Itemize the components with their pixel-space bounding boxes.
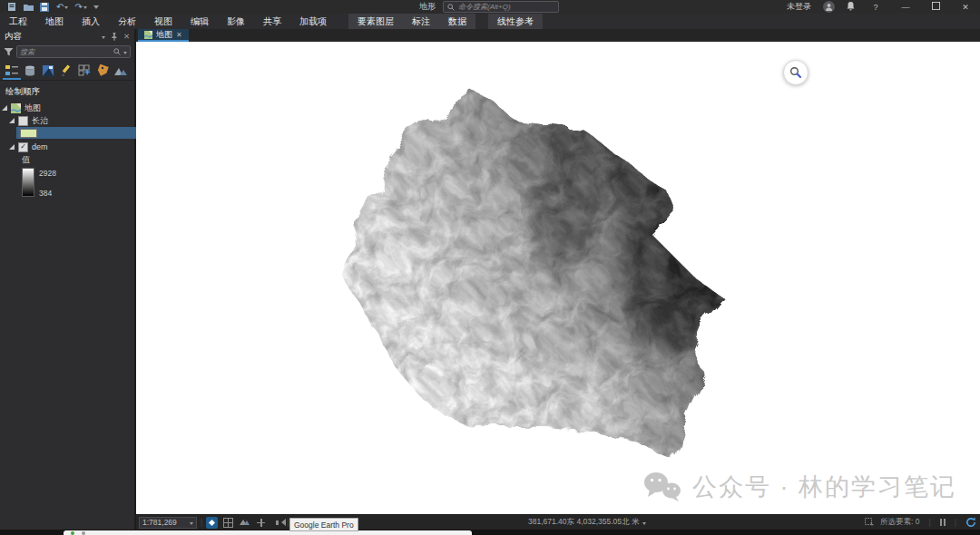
ribbon-tab-map[interactable]: 地图: [36, 14, 73, 30]
command-search-input[interactable]: 命令搜索(Alt+Q): [443, 1, 559, 13]
refresh-icon[interactable]: [965, 517, 976, 528]
coordinate-readout[interactable]: 381,671.40东 4,032,355.05北 米: [528, 517, 639, 528]
map-notifications-button[interactable]: [271, 517, 283, 529]
watermark: 公众号 · 林的学习笔记: [643, 471, 956, 503]
background-window-icon: [71, 531, 74, 535]
expander-icon[interactable]: [9, 144, 15, 150]
terrain-toggle-button[interactable]: [239, 517, 250, 529]
view-tab-strip: 地图 ✕: [136, 29, 980, 42]
legend-value-label: 值: [22, 154, 30, 166]
layer-visibility-checkbox[interactable]: [18, 116, 28, 126]
project-scope-label: 地形: [419, 1, 436, 13]
sign-in-status[interactable]: 未登录: [787, 1, 811, 13]
close-tab-icon[interactable]: ✕: [176, 31, 182, 39]
symbol-row-selected[interactable]: [16, 127, 136, 139]
polygon-symbol-swatch[interactable]: [20, 129, 37, 138]
list-by-charts-icon[interactable]: [95, 63, 109, 77]
locate-search-button[interactable]: [783, 60, 808, 85]
ribbon-tab-data[interactable]: 数据: [439, 14, 475, 30]
coordinate-units-chevron-icon[interactable]: [642, 522, 646, 527]
ribbon-tab-linear-referencing[interactable]: 线性参考: [488, 14, 543, 30]
redo-dropdown-icon[interactable]: [83, 6, 87, 11]
ribbon-tab-analysis[interactable]: 分析: [109, 14, 145, 30]
status-bar: 1:781,269 | | 381,671.40东 4,032,355.05北 …: [136, 514, 980, 530]
scale-combobox[interactable]: 1:781,269: [139, 517, 197, 529]
dem-raster-layer: [136, 42, 980, 514]
expander-icon[interactable]: [2, 105, 7, 111]
magnifier-icon: [789, 66, 802, 79]
ribbon-tab-imagery[interactable]: 影像: [218, 14, 254, 30]
undo-button[interactable]: ↶: [56, 3, 68, 12]
drawing-order-label: 绘制顺序: [0, 81, 134, 102]
list-by-labeling-icon[interactable]: [77, 63, 91, 77]
tree-node-map[interactable]: 地图: [0, 102, 134, 114]
pane-menu-chevron-icon[interactable]: [102, 33, 105, 41]
selection-icon: [865, 518, 875, 527]
explore-icon: [209, 519, 215, 525]
background-window-edge: [64, 530, 472, 535]
selected-features-count[interactable]: 所选要素: 0: [880, 517, 919, 528]
tooltip-text: Google Earth Pro: [294, 520, 354, 530]
layer-name[interactable]: 长治: [32, 115, 48, 127]
search-icon: [447, 4, 455, 11]
list-by-editing-icon[interactable]: [59, 63, 73, 77]
notifications-button[interactable]: [847, 2, 855, 13]
customize-qat-chevron-icon[interactable]: [93, 5, 99, 12]
new-project-icon[interactable]: [7, 3, 17, 12]
list-by-drawing-order-icon[interactable]: [5, 63, 18, 77]
taskbar-tooltip: Google Earth Pro: [289, 518, 358, 531]
layer-tree: 地图 长治 ✓ dem 值 2928 384: [0, 102, 134, 198]
pause-drawing-button[interactable]: [940, 519, 946, 526]
map-tab-label[interactable]: 地图: [156, 29, 172, 41]
search-icon: [113, 48, 121, 55]
undo-dropdown-icon[interactable]: [64, 6, 68, 11]
contents-search-placeholder: 搜索: [20, 47, 34, 57]
tree-node-layer-dem[interactable]: ✓ dem: [0, 141, 134, 153]
ribbon-tab-feature-layer[interactable]: 要素图层: [348, 14, 403, 30]
ribbon-tab-share[interactable]: 共享: [254, 14, 290, 30]
maximize-button[interactable]: [926, 2, 945, 12]
map-view-area: 地图 ✕: [136, 29, 980, 530]
maximize-icon: [932, 2, 940, 10]
list-by-data-source-icon[interactable]: [23, 63, 36, 77]
ribbon-tab-addins[interactable]: 加载项: [290, 14, 336, 30]
minimize-button[interactable]: —: [897, 3, 915, 12]
list-by-perspective-icon[interactable]: [113, 63, 127, 77]
contents-pane-title: 内容: [5, 31, 22, 43]
ribbon-tab-view[interactable]: 视图: [145, 14, 181, 30]
wechat-icon: [643, 472, 683, 502]
ribbon-tab-project[interactable]: 工程: [0, 14, 36, 30]
open-project-icon[interactable]: [24, 3, 34, 12]
pin-icon[interactable]: [111, 33, 118, 41]
scale-dropdown-icon[interactable]: [190, 522, 193, 527]
account-avatar[interactable]: [823, 1, 835, 13]
help-button[interactable]: ?: [867, 3, 885, 12]
ribbon-tab-labeling[interactable]: 标注: [403, 14, 439, 30]
contents-search-input[interactable]: 搜索: [16, 45, 131, 58]
map-canvas[interactable]: 公众号 · 林的学习笔记: [136, 42, 980, 514]
grid-toggle-button[interactable]: [222, 517, 234, 529]
contextual-tab-group-linear-referencing: 线性参考: [488, 14, 543, 29]
close-button[interactable]: ✕: [956, 3, 975, 12]
map-group-label[interactable]: 地图: [24, 102, 41, 114]
redo-button[interactable]: ↷: [74, 3, 86, 12]
map-view-tab[interactable]: 地图 ✕: [138, 29, 189, 42]
tree-node-layer-changzhi[interactable]: 长治: [0, 114, 134, 127]
save-project-icon[interactable]: [40, 3, 50, 12]
contents-pane: 内容 ✕ 搜索 绘制顺序: [0, 29, 136, 530]
contents-toolbar: [0, 60, 134, 81]
layer-visibility-checkbox[interactable]: ✓: [18, 142, 28, 152]
search-options-chevron-icon[interactable]: [123, 52, 127, 56]
layer-name[interactable]: dem: [32, 142, 48, 151]
filter-funnel-icon[interactable]: [4, 47, 14, 57]
list-by-snapping-icon[interactable]: [41, 63, 54, 77]
close-pane-icon[interactable]: ✕: [123, 32, 130, 41]
title-bar: ↶ ↷ 地形 命令搜索(Alt+Q) 未登录 ? — ✕: [0, 0, 980, 14]
color-ramp-bar: [22, 168, 34, 197]
ribbon-tab-edit[interactable]: 编辑: [181, 14, 218, 30]
explore-tool-button[interactable]: [206, 517, 218, 529]
ribbon-tab-insert[interactable]: 插入: [73, 14, 109, 30]
snap-toggle-button[interactable]: [255, 517, 267, 529]
divider: |: [955, 518, 956, 527]
expander-icon[interactable]: [9, 118, 15, 123]
